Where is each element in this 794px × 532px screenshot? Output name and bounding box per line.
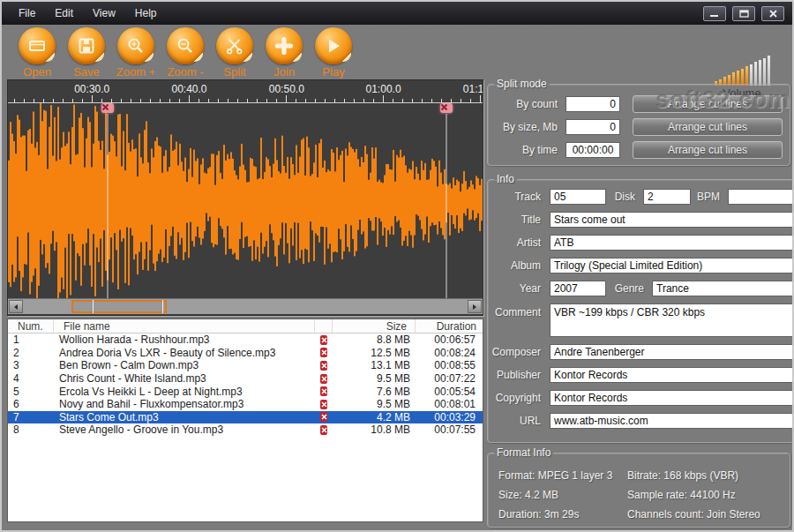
column-header-size[interactable]: Size bbox=[333, 319, 416, 333]
row-delete-cell bbox=[315, 412, 333, 422]
menu-view[interactable]: View bbox=[83, 4, 125, 23]
disk-input[interactable] bbox=[643, 189, 691, 205]
scroll-left-button[interactable] bbox=[9, 300, 23, 313]
split-by-count-row: By count Arrange cut lines bbox=[491, 95, 783, 113]
ruler-tick bbox=[344, 99, 345, 102]
ruler-tick bbox=[218, 99, 219, 102]
ruler-tick bbox=[257, 99, 258, 102]
close-icon bbox=[769, 10, 777, 18]
table-row[interactable]: 7Stars Come Out.mp34.2 MB00:03:29 bbox=[8, 411, 483, 424]
arrange-by-size-button[interactable]: Arrange cut lines bbox=[633, 118, 783, 136]
title-input[interactable] bbox=[550, 212, 794, 228]
column-header-num[interactable]: Num. bbox=[8, 319, 54, 333]
row-size: 9.5 MB bbox=[333, 372, 416, 385]
row-filename: Ben Brown - Calm Down.mp3 bbox=[54, 359, 315, 371]
close-button[interactable] bbox=[761, 6, 784, 21]
split-mode-title: Split mode bbox=[494, 78, 550, 90]
table-row[interactable]: 1Wollion Harada - Rushhour.mp38.8 MB00:0… bbox=[8, 333, 483, 347]
column-header-delete bbox=[315, 319, 333, 333]
timeline-ruler[interactable]: 00:30.000:40.000:50.001:00.001:10.0 bbox=[8, 80, 483, 103]
ruler-tick bbox=[82, 99, 83, 102]
year-input[interactable] bbox=[550, 281, 606, 296]
toolbar-zoom-in-button[interactable]: Zoom + bbox=[111, 27, 161, 79]
toolbar-zoom-out-button[interactable]: Zoom - bbox=[161, 27, 210, 79]
artist-input[interactable] bbox=[550, 235, 794, 251]
column-header-name[interactable]: File name bbox=[54, 319, 315, 333]
copyright-input[interactable] bbox=[550, 390, 794, 406]
file-list-header: Num. File name Size Duration bbox=[8, 319, 483, 333]
cut-line[interactable] bbox=[446, 114, 447, 298]
toolbar-play-button[interactable]: Play bbox=[309, 27, 358, 79]
delete-icon[interactable] bbox=[320, 386, 327, 396]
comment-row: Comment VBR ~199 kbps / CBR 320 kbps bbox=[491, 303, 794, 337]
row-duration: 00:03:29 bbox=[416, 411, 481, 423]
by-size-input[interactable] bbox=[566, 119, 620, 135]
table-row[interactable]: 2Andrea Doria Vs LXR - Beauty of Silence… bbox=[8, 347, 483, 360]
toolbar-split-button[interactable]: Split bbox=[210, 27, 259, 79]
ruler-tick bbox=[189, 95, 190, 102]
delete-icon[interactable] bbox=[320, 374, 327, 384]
app-window: FileEditViewHelp OpenSaveZoom +Zoom -Spl… bbox=[0, 0, 794, 532]
zoom-out-icon bbox=[167, 27, 204, 64]
cut-marker-icon[interactable] bbox=[440, 103, 453, 113]
table-row[interactable]: 8Steve Angello - Groove in You.mp310.8 M… bbox=[8, 423, 483, 437]
table-row[interactable]: 6Novy and Bahil - Fluxkompensator.mp39.5… bbox=[8, 398, 483, 411]
toolbar-join-button[interactable]: Join bbox=[259, 27, 309, 79]
table-row[interactable]: 4Chris Count - White Island.mp39.5 MB00:… bbox=[8, 372, 483, 386]
ruler-tick bbox=[53, 99, 54, 102]
ruler-tick bbox=[150, 99, 151, 102]
ruler-tick bbox=[140, 99, 141, 102]
scroll-right-button[interactable] bbox=[468, 300, 482, 313]
delete-icon[interactable] bbox=[320, 361, 327, 371]
menu-edit[interactable]: Edit bbox=[45, 4, 83, 23]
row-filename: Novy and Bahil - Fluxkompensator.mp3 bbox=[54, 398, 315, 410]
genre-select[interactable]: Trance bbox=[652, 281, 794, 296]
arrange-by-count-button[interactable]: Arrange cut lines bbox=[633, 95, 783, 113]
waveform-scrollbar[interactable] bbox=[8, 298, 483, 314]
by-time-input[interactable] bbox=[566, 142, 620, 158]
row-duration: 00:06:57 bbox=[416, 333, 481, 346]
row-filename: Ercola Vs Heikki L - Deep at Night.mp3 bbox=[54, 386, 315, 398]
url-input[interactable] bbox=[550, 413, 794, 429]
composer-input[interactable] bbox=[550, 344, 794, 360]
ruler-time-label: 00:40.0 bbox=[171, 83, 206, 95]
toolbar-save-button[interactable]: Save bbox=[62, 27, 111, 79]
zoom-in-icon bbox=[117, 27, 154, 64]
split-mode-group: Split mode By count Arrange cut lines By… bbox=[487, 78, 790, 166]
scrollbar-thumb[interactable] bbox=[71, 300, 167, 313]
bpm-input[interactable] bbox=[728, 189, 794, 205]
delete-icon[interactable] bbox=[320, 335, 327, 345]
ruler-tick bbox=[14, 99, 15, 102]
title-row: Title bbox=[491, 212, 794, 228]
toolbar-open-button[interactable]: Open bbox=[12, 27, 62, 79]
cut-line[interactable] bbox=[107, 114, 108, 298]
by-count-input[interactable] bbox=[566, 96, 620, 112]
delete-icon[interactable] bbox=[320, 412, 327, 422]
column-header-duration[interactable]: Duration bbox=[416, 319, 481, 333]
menu-file[interactable]: File bbox=[9, 4, 45, 23]
menu-help[interactable]: Help bbox=[125, 4, 167, 23]
ruler-tick bbox=[72, 99, 73, 102]
track-disk-bpm-row: Track Disk BPM bbox=[491, 189, 794, 205]
publisher-input[interactable] bbox=[550, 367, 794, 383]
format-info-line: Bitrate: 168 kbps (VBR) bbox=[627, 466, 790, 485]
comment-label: Comment bbox=[491, 303, 550, 318]
waveform-display[interactable] bbox=[8, 103, 483, 298]
album-input[interactable] bbox=[550, 258, 794, 273]
minimize-button[interactable] bbox=[703, 6, 726, 21]
track-input[interactable] bbox=[550, 189, 606, 205]
ruler-tick bbox=[198, 99, 199, 102]
toolbar: OpenSaveZoom +Zoom -SplitJoinPlay Volume bbox=[2, 25, 792, 79]
cut-marker-icon[interactable] bbox=[101, 103, 114, 113]
row-filename: Wollion Harada - Rushhour.mp3 bbox=[54, 333, 315, 346]
delete-icon[interactable] bbox=[320, 400, 327, 409]
arrange-by-time-button[interactable]: Arrange cut lines bbox=[633, 141, 783, 159]
ruler-time-label: 00:50.0 bbox=[269, 83, 304, 95]
delete-icon[interactable] bbox=[320, 425, 327, 435]
maximize-button[interactable] bbox=[732, 6, 755, 21]
by-count-label: By count bbox=[491, 98, 566, 110]
table-row[interactable]: 3Ben Brown - Calm Down.mp313.1 MB00:08:5… bbox=[8, 359, 483, 372]
comment-textarea[interactable]: VBR ~199 kbps / CBR 320 kbps bbox=[550, 303, 794, 337]
table-row[interactable]: 5Ercola Vs Heikki L - Deep at Night.mp37… bbox=[8, 385, 483, 398]
delete-icon[interactable] bbox=[320, 348, 327, 357]
